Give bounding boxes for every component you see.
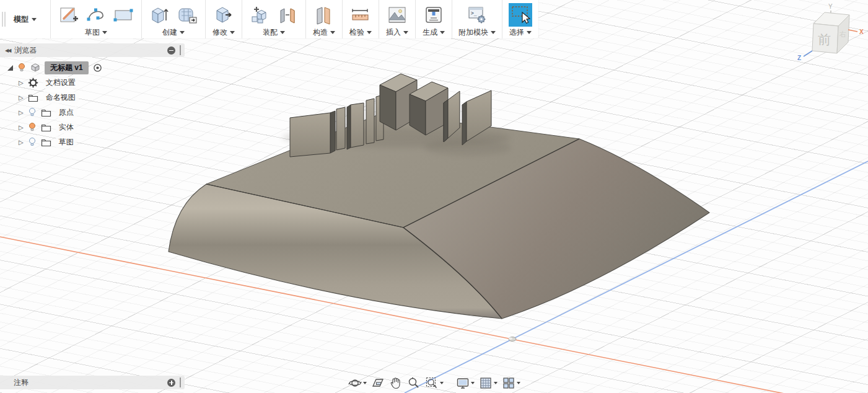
expand-arrow-icon[interactable]: ▷ (19, 109, 24, 116)
fin-plate (366, 99, 374, 144)
chevron-down-icon[interactable] (363, 382, 367, 384)
tree-item-label[interactable]: 原点 (56, 107, 77, 118)
grid-and-snaps-icon[interactable] (478, 375, 499, 391)
insert-canvas-icon[interactable] (385, 3, 409, 27)
component-cube-icon (30, 63, 40, 73)
origin-marker[interactable] (509, 337, 516, 342)
toolbar-group-make: 生成 (415, 0, 452, 38)
gear-icon (28, 77, 38, 88)
viewcube-right-face-label[interactable]: 右 (840, 30, 846, 38)
expand-comments-icon[interactable] (167, 379, 175, 387)
expand-arrow-icon[interactable]: ▷ (19, 94, 24, 101)
toolbar-group-dropdown-inspect[interactable]: 检验 (349, 27, 372, 37)
svg-text:>_: >_ (471, 11, 477, 16)
toolbar-group-dropdown-insert[interactable]: 插入 (386, 27, 408, 37)
expanded-arrow-icon[interactable] (7, 65, 13, 71)
extrude-icon[interactable] (148, 3, 172, 27)
fin-plate (290, 111, 335, 157)
orbit-icon[interactable] (347, 375, 368, 391)
viewcube-front-face-label[interactable]: 前 (818, 32, 831, 46)
fin-plate (336, 107, 345, 150)
visibility-bulb-off-icon[interactable] (28, 137, 37, 147)
browser-panel: ◀◀ 浏览器 无标题 v1 (0, 43, 185, 149)
minimize-browser-icon[interactable] (167, 46, 175, 55)
toolbar-group-select: 选择 (502, 0, 538, 38)
navigation-toolbar (347, 374, 522, 392)
model-body[interactable] (169, 113, 709, 319)
browser-tree: 无标题 v1 ▷ 文档设置 ▷ (0, 60, 185, 149)
two-point-rectangle-icon[interactable] (112, 3, 135, 27)
toolbar-group-insert: 插入 (379, 0, 415, 38)
tree-item-label[interactable]: 文档设置 (43, 77, 79, 89)
visibility-bulb-on-icon[interactable] (17, 63, 26, 73)
add-ins-icon[interactable]: >_ (465, 3, 489, 27)
tree-row-named-views[interactable]: ▷ 命名视图 (0, 90, 185, 105)
panel-resize-handle[interactable] (180, 45, 181, 55)
chevron-down-icon (32, 18, 37, 21)
folder-icon (28, 93, 38, 102)
expand-arrow-icon[interactable]: ▷ (19, 139, 24, 146)
toolbar-grip[interactable] (0, 0, 7, 38)
toolbar-group-assemble: 装配 (242, 0, 305, 38)
expand-arrow-icon[interactable]: ▷ (19, 124, 24, 131)
chevron-down-icon[interactable] (440, 382, 444, 384)
visibility-bulb-on-icon[interactable] (28, 122, 37, 132)
tree-row-origin[interactable]: ▷ 原点 (0, 105, 185, 120)
toolbar-group-dropdown-sketch[interactable]: 草图 (85, 27, 107, 37)
toolbar-group-dropdown-select[interactable]: 选择 (509, 27, 532, 37)
tree-row-sketches[interactable]: ▷ 草图 (0, 135, 185, 149)
toolbar-group-dropdown-create[interactable]: 创建 (162, 27, 185, 37)
viewcube-z-axis-label: Z (797, 55, 801, 61)
workspace-menu-label: 模型 (14, 14, 28, 25)
visibility-bulb-off-icon[interactable] (28, 107, 37, 117)
folder-icon (41, 123, 51, 132)
spline-icon[interactable] (84, 3, 108, 27)
create-form-icon[interactable] (175, 3, 199, 27)
fin-plate (347, 103, 364, 149)
toolbar-group-dropdown-addins[interactable]: 附加模块 (458, 27, 496, 37)
tree-item-label[interactable]: 实体 (56, 121, 77, 133)
main-toolbar: 模型 (0, 0, 538, 38)
tree-row-bodies[interactable]: ▷ 实体 (0, 120, 185, 135)
look-at-icon[interactable] (370, 375, 386, 391)
tree-item-label[interactable]: 草图 (56, 136, 77, 148)
toolbar-group-construct: 构造 (305, 0, 342, 38)
view-cube[interactable]: Y 前 右 X Z (796, 1, 866, 66)
activate-component-radio-icon[interactable] (93, 63, 102, 73)
fusion-window: Y 前 右 X Z 模型 (0, 0, 868, 393)
chevron-down-icon[interactable] (517, 382, 520, 384)
workspace-menu[interactable]: 模型 (7, 0, 50, 38)
chevron-down-icon[interactable] (471, 382, 475, 384)
panel-resize-handle[interactable] (180, 378, 181, 387)
press-pull-icon[interactable] (212, 3, 235, 27)
measure-icon[interactable] (349, 3, 372, 27)
expand-arrow-icon[interactable]: ▷ (19, 79, 24, 86)
viewcube-y-axis-label: Y (828, 3, 833, 10)
toolbar-group-dropdown-modify[interactable]: 修改 (213, 27, 235, 37)
toolbar-group-dropdown-construct[interactable]: 构造 (313, 27, 335, 37)
chevron-down-icon[interactable] (494, 382, 498, 384)
toolbar-group-dropdown-make[interactable]: 生成 (423, 27, 445, 37)
select-tool-icon[interactable] (509, 3, 532, 27)
tree-item-label[interactable]: 命名视图 (43, 92, 79, 104)
joint-icon[interactable] (276, 3, 299, 27)
zoom-icon[interactable] (406, 375, 422, 391)
browser-header: ◀◀ 浏览器 (0, 43, 185, 57)
browser-title: 浏览器 (14, 45, 163, 56)
tree-row-document-settings[interactable]: ▷ 文档设置 (0, 75, 185, 90)
pan-icon[interactable] (388, 375, 404, 391)
toolbar-group-dropdown-assemble[interactable]: 装配 (263, 27, 285, 37)
collapse-panel-icon[interactable]: ◀◀ (5, 48, 10, 53)
zoom-window-fit-icon[interactable] (424, 375, 445, 391)
new-component-icon[interactable] (248, 3, 272, 27)
toolbar-group-addins: >_ 附加模块 (452, 0, 502, 38)
viewports-icon[interactable] (501, 375, 522, 391)
tree-row-root[interactable]: 无标题 v1 (0, 60, 185, 75)
toolbar-group-inspect: 检验 (342, 0, 379, 38)
construction-plane-icon[interactable] (312, 3, 336, 27)
create-sketch-icon[interactable] (57, 3, 81, 27)
comments-header: 注释 (0, 376, 185, 389)
display-settings-icon[interactable] (455, 375, 476, 391)
document-root-label[interactable]: 无标题 v1 (45, 61, 89, 74)
make-3d-print-icon[interactable] (422, 3, 445, 27)
